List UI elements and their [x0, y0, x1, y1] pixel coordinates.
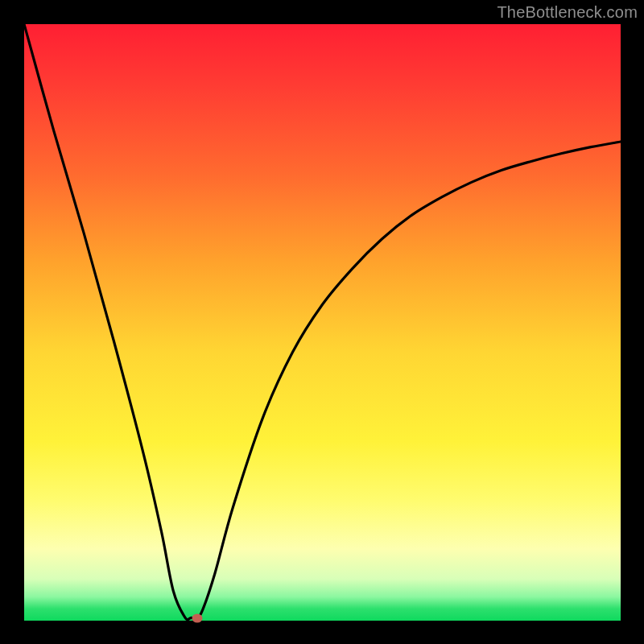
bottleneck-curve-path [24, 24, 621, 620]
minimum-marker [192, 614, 202, 623]
plot-area [24, 24, 621, 621]
chart-stage: TheBottleneck.com [0, 0, 644, 644]
curve-svg [24, 24, 621, 621]
watermark-text: TheBottleneck.com [497, 3, 638, 22]
